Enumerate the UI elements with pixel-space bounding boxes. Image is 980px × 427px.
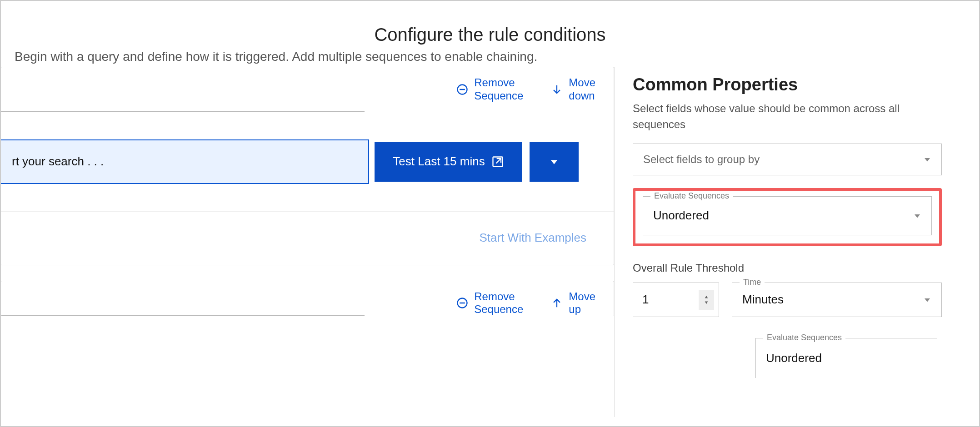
sequences-column: Remove Sequence Move down Test Last 15 m… — [1, 67, 615, 417]
caret-down-icon — [913, 212, 921, 220]
svg-marker-10 — [915, 214, 920, 218]
threshold-value: 1 — [642, 293, 649, 307]
evaluate-sequences-highlight: Evaluate Sequences Unordered — [633, 188, 942, 246]
sequence-panel-body: Test Last 15 mins Start With Exam — [1, 112, 614, 265]
caret-down-icon — [549, 157, 559, 167]
evaluate-sequences-callout-value: Unordered — [766, 351, 822, 365]
threshold-input[interactable]: 1 — [633, 283, 719, 317]
test-button-label: Test Last 15 mins — [393, 154, 485, 169]
group-by-select[interactable]: Select fields to group by — [633, 144, 942, 175]
common-properties-heading: Common Properties — [633, 75, 942, 94]
page-frame: Configure the rule conditions Begin with… — [0, 0, 980, 427]
time-unit-label: Time — [740, 278, 765, 287]
svg-marker-5 — [551, 160, 558, 164]
arrow-up-icon — [550, 297, 563, 309]
underline-decor — [1, 315, 365, 316]
start-with-examples-link[interactable]: Start With Examples — [479, 231, 586, 245]
evaluate-sequences-callout-label: Evaluate Sequences — [763, 333, 845, 343]
evaluate-sequences-callout-select[interactable]: Evaluate Sequences Unordered — [755, 338, 937, 378]
caret-down-icon — [923, 155, 931, 164]
examples-row: Start With Examples — [1, 211, 614, 265]
remove-sequence-button[interactable]: Remove Sequence — [456, 76, 523, 103]
underline-decor — [1, 111, 365, 112]
time-unit-value: Minutes — [742, 293, 784, 307]
svg-marker-12 — [705, 301, 708, 304]
page-title: Configure the rule conditions — [1, 25, 979, 45]
common-properties-column: Common Properties Select fields whose va… — [615, 67, 960, 417]
remove-sequence-label: Remove Sequence — [474, 290, 523, 317]
caret-down-icon — [923, 296, 931, 304]
search-row: Test Last 15 mins — [1, 139, 614, 184]
page-content: Remove Sequence Move down Test Last 15 m… — [1, 67, 979, 417]
arrow-down-icon — [550, 83, 563, 96]
group-by-placeholder: Select fields to group by — [643, 153, 760, 166]
page-header: Configure the rule conditions Begin with… — [1, 1, 979, 64]
remove-sequence-button[interactable]: Remove Sequence — [456, 290, 523, 317]
common-properties-desc: Select fields whose value should be comm… — [633, 101, 942, 133]
sequence-panel-1: Remove Sequence Move down Test Last 15 m… — [1, 67, 614, 265]
spinner-icon[interactable] — [699, 290, 714, 310]
remove-icon — [456, 83, 469, 96]
open-external-icon — [491, 155, 504, 168]
move-down-button[interactable]: Move down — [550, 76, 595, 103]
svg-marker-13 — [925, 298, 930, 302]
sequence-panel-toolbar: Remove Sequence Move up — [1, 281, 614, 317]
move-down-label: Move down — [569, 76, 595, 103]
svg-line-4 — [496, 159, 501, 164]
test-dropdown-button[interactable] — [530, 142, 579, 182]
remove-icon — [456, 297, 469, 309]
move-up-button[interactable]: Move up — [550, 290, 595, 317]
sequence-panel-2: Remove Sequence Move up — [1, 281, 614, 317]
test-button[interactable]: Test Last 15 mins — [375, 142, 522, 182]
evaluate-sequences-value: Unordered — [653, 209, 709, 223]
evaluate-sequences-callout: Evaluate Sequences Unordered — [755, 338, 937, 378]
evaluate-sequences-label: Evaluate Sequences — [650, 191, 733, 201]
evaluate-sequences-select[interactable]: Evaluate Sequences Unordered — [643, 196, 932, 235]
sequence-panel-toolbar: Remove Sequence Move down — [1, 67, 614, 112]
move-up-label: Move up — [569, 290, 595, 317]
remove-sequence-label: Remove Sequence — [474, 76, 523, 103]
svg-marker-9 — [925, 158, 930, 162]
search-input[interactable] — [1, 139, 369, 184]
svg-marker-11 — [705, 295, 708, 298]
threshold-label: Overall Rule Threshold — [633, 262, 942, 274]
page-subtitle: Begin with a query and define how it is … — [1, 50, 979, 64]
threshold-row: 1 Time Minutes — [633, 283, 942, 317]
time-unit-select[interactable]: Time Minutes — [732, 283, 942, 317]
